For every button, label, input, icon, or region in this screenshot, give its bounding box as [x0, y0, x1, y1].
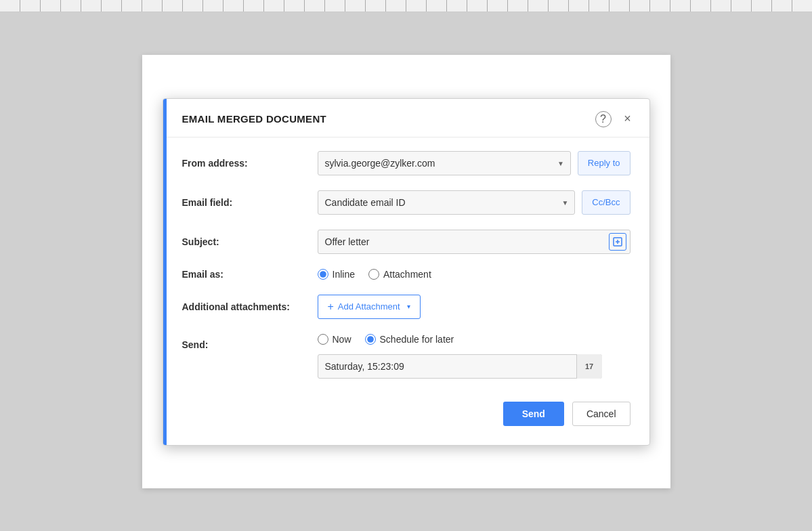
- send-now-option[interactable]: Now: [318, 334, 351, 345]
- email-as-inline-option[interactable]: Inline: [318, 269, 355, 280]
- from-address-label: From address:: [182, 158, 318, 169]
- from-address-control: sylvia.george@zylker.com ▼ Reply to: [318, 151, 631, 175]
- additional-attachments-control: + Add Attachment ▾: [318, 295, 631, 319]
- add-attachment-plus-icon: +: [328, 301, 334, 312]
- email-field-select-wrapper: Candidate email ID ▼: [318, 190, 576, 215]
- email-as-inline-radio[interactable]: [318, 269, 328, 280]
- dialog-header: EMAIL MERGED DOCUMENT ? ×: [163, 99, 649, 137]
- subject-label: Subject:: [182, 236, 318, 247]
- subject-input-wrapper: [318, 230, 631, 254]
- send-label: Send:: [182, 334, 318, 350]
- send-later-option[interactable]: Schedule for later: [365, 334, 454, 345]
- send-later-radio[interactable]: [365, 334, 376, 345]
- from-address-row: From address: sylvia.george@zylker.com ▼…: [182, 151, 631, 175]
- add-attachment-button[interactable]: + Add Attachment ▾: [318, 295, 421, 319]
- from-address-select-wrapper: sylvia.george@zylker.com ▼: [318, 151, 571, 175]
- send-now-radio[interactable]: [318, 334, 328, 345]
- calendar-icon: 17: [585, 362, 593, 370]
- subject-control: [318, 230, 631, 254]
- subject-row: Subject:: [182, 230, 631, 254]
- send-row: Send: Now Schedule for later: [182, 334, 631, 379]
- email-as-control: Inline Attachment: [318, 269, 631, 280]
- document-area: EMAIL MERGED DOCUMENT ? × From address: …: [0, 12, 812, 531]
- email-field-row: Email field: Candidate email ID ▼ Cc/Bcc: [182, 190, 631, 215]
- send-radio-group: Now Schedule for later: [318, 334, 631, 345]
- email-as-label: Email as:: [182, 269, 318, 280]
- email-as-row: Email as: Inline Attachment: [182, 269, 631, 280]
- calendar-button[interactable]: 17: [576, 354, 602, 379]
- ruler: [0, 0, 812, 12]
- dialog-title: EMAIL MERGED DOCUMENT: [182, 113, 327, 125]
- email-field-control: Candidate email ID ▼ Cc/Bcc: [318, 190, 631, 215]
- email-as-inline-label: Inline: [333, 269, 355, 280]
- email-as-attachment-option[interactable]: Attachment: [368, 269, 431, 280]
- help-button[interactable]: ?: [595, 111, 612, 127]
- close-button[interactable]: ×: [620, 111, 636, 127]
- reply-to-button[interactable]: Reply to: [578, 151, 631, 175]
- send-button[interactable]: Send: [503, 402, 564, 426]
- add-attachment-chevron-icon: ▾: [407, 303, 410, 310]
- dialog-footer: Send Cancel: [182, 394, 631, 426]
- header-icons: ? ×: [595, 111, 636, 127]
- schedule-date-input[interactable]: [318, 354, 602, 379]
- send-controls: Now Schedule for later 17: [318, 334, 631, 379]
- email-field-label: Email field:: [182, 197, 318, 208]
- subject-input[interactable]: [318, 230, 631, 254]
- from-address-select[interactable]: sylvia.george@zylker.com: [318, 151, 571, 175]
- email-as-attachment-label: Attachment: [383, 269, 431, 280]
- additional-attachments-label: Additional attachments:: [182, 301, 318, 312]
- send-later-label: Schedule for later: [380, 334, 454, 345]
- email-merged-document-dialog: EMAIL MERGED DOCUMENT ? × From address: …: [163, 98, 650, 446]
- additional-attachments-row: Additional attachments: + Add Attachment…: [182, 295, 631, 319]
- cc-bcc-button[interactable]: Cc/Bcc: [582, 190, 630, 215]
- schedule-date-wrapper: 17: [318, 354, 602, 379]
- email-as-attachment-radio[interactable]: [368, 269, 379, 280]
- email-as-radio-group: Inline Attachment: [318, 269, 431, 280]
- email-field-select[interactable]: Candidate email ID: [318, 190, 576, 215]
- send-now-label: Now: [333, 334, 351, 345]
- cancel-button[interactable]: Cancel: [572, 402, 631, 426]
- dialog-body: From address: sylvia.george@zylker.com ▼…: [163, 137, 649, 445]
- add-attachment-label: Add Attachment: [338, 301, 400, 312]
- subject-insert-field-button[interactable]: [609, 233, 626, 251]
